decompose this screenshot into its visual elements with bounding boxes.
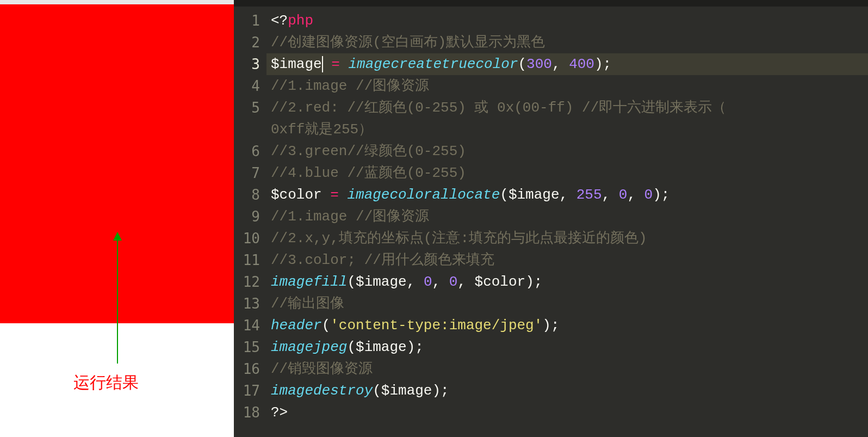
code-line-18[interactable]: ?> — [271, 402, 868, 423]
code-line-1[interactable]: <?php — [271, 10, 868, 32]
line-num: 2 — [234, 32, 260, 53]
code-line-8[interactable]: $color = imagecolorallocate($image, 255,… — [271, 184, 868, 206]
code-line-7[interactable]: //4.blue //蓝颜色(0-255) — [271, 162, 868, 184]
code-editor-panel[interactable]: 1 2 3 4 5 6 7 8 9 10 11 12 13 14 15 16 1… — [234, 0, 868, 437]
code-line-5a[interactable]: //2.red: //红颜色(0-255) 或 0x(00-ff) //即十六进… — [271, 97, 868, 119]
annotation-arrow — [117, 233, 118, 364]
line-num: 1 — [234, 10, 260, 32]
browser-output-panel: 运行结果 — [0, 0, 234, 437]
line-num: 12 — [234, 271, 260, 293]
code-line-10[interactable]: //2.x,y,填充的坐标点(注意:填充的与此点最接近的颜色) — [271, 227, 868, 249]
code-line-3-active[interactable]: $image = imagecreatetruecolor(300, 400); — [266, 53, 868, 75]
code-line-11[interactable]: //3.color; //用什么颜色来填充 — [271, 249, 868, 271]
line-num: 18 — [234, 402, 260, 423]
code-line-5b-wrap[interactable]: 0xff就是255） — [271, 119, 868, 140]
editor-tab-bar[interactable] — [234, 0, 868, 7]
code-line-4[interactable]: //1.image //图像资源 — [271, 75, 868, 97]
code-line-14[interactable]: header('content-type:image/jpeg'); — [271, 315, 868, 336]
code-line-16[interactable]: //销毁图像资源 — [271, 358, 868, 380]
code-line-13[interactable]: //输出图像 — [271, 293, 868, 315]
code-line-12[interactable]: imagefill($image, 0, 0, $color); — [271, 271, 868, 293]
line-num: 7 — [234, 162, 260, 184]
line-num: 13 — [234, 293, 260, 315]
code-line-15[interactable]: imagejpeg($image); — [271, 336, 868, 358]
code-line-6[interactable]: //3.green//绿颜色(0-255) — [271, 140, 868, 162]
line-num: 17 — [234, 380, 260, 402]
line-num: 4 — [234, 75, 260, 97]
line-number-gutter: 1 2 3 4 5 6 7 8 9 10 11 12 13 14 15 16 1… — [234, 0, 266, 437]
result-label: 运行结果 — [73, 372, 139, 394]
line-num-wrap — [234, 119, 260, 140]
line-num: 8 — [234, 184, 260, 206]
code-line-2[interactable]: //创建图像资源(空白画布)默认显示为黑色 — [271, 32, 868, 53]
line-num: 15 — [234, 336, 260, 358]
line-num: 10 — [234, 227, 260, 249]
line-num: 9 — [234, 206, 260, 227]
line-num: 11 — [234, 249, 260, 271]
line-num: 14 — [234, 315, 260, 336]
line-num-active: 3 — [234, 53, 260, 75]
code-line-9[interactable]: //1.image //图像资源 — [271, 206, 868, 227]
line-num: 16 — [234, 358, 260, 380]
line-num: 6 — [234, 140, 260, 162]
line-num: 5 — [234, 97, 260, 119]
code-content[interactable]: <?php //创建图像资源(空白画布)默认显示为黑色 $image = ima… — [266, 0, 868, 437]
code-line-17[interactable]: imagedestroy($image); — [271, 380, 868, 402]
